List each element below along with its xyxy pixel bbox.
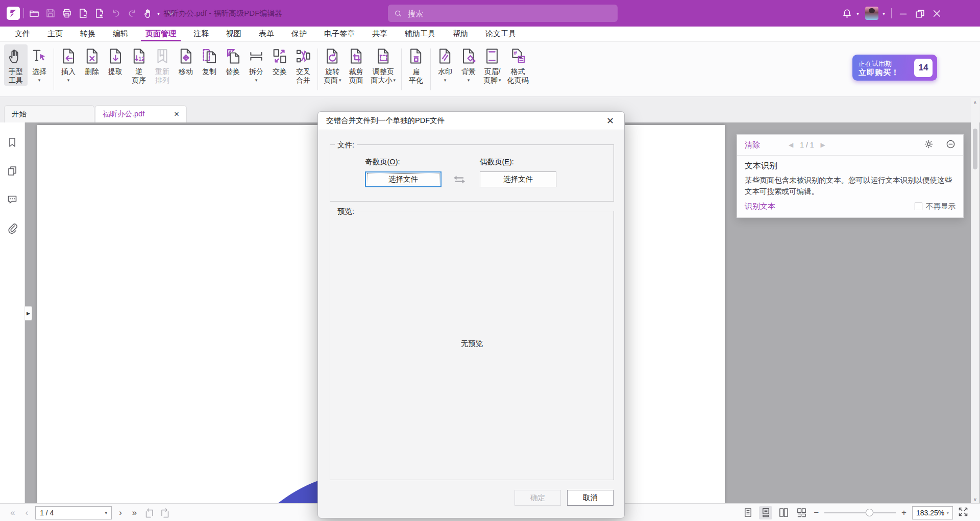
menu-help[interactable]: 帮助 [448,27,473,41]
menu-share[interactable]: 共享 [368,27,392,41]
tool-watermark[interactable]: 水印 ▾ [433,44,457,86]
next-view-icon[interactable] [159,507,170,518]
tool-header-footer[interactable]: 页眉/ 页脚▾ [480,44,504,86]
dont-show-again-checkbox[interactable] [915,203,922,210]
tool-delete-page[interactable]: 删除 [80,44,104,86]
tool-move-page[interactable]: 移动 [174,44,198,86]
tool-crop-page[interactable]: 裁剪 页面 [345,44,368,86]
tool-insert-page[interactable]: 插入 ▾ [57,44,80,86]
undo-icon[interactable] [110,8,121,19]
ok-button[interactable]: 确定 [514,490,561,506]
page-number-field[interactable]: 1 / 4 ▾ [35,506,112,519]
dialog-title: 交错合并文件到一个单独的PDF文件 [326,116,445,126]
tool-extract-page[interactable]: 提取 [104,44,127,86]
trial-purchase-badge[interactable]: 正在试用期 立即购买！ 14 [852,55,937,81]
tool-swap-page[interactable]: 交换 [268,44,291,86]
notification-caret-icon[interactable]: ▾ [856,11,859,16]
zoom-in-button[interactable]: + [900,508,908,518]
search-box[interactable] [388,5,618,22]
account-caret-icon[interactable]: ▾ [883,11,885,16]
tool-rearrange[interactable]: 重新 排列 [151,44,174,86]
tool-replace-page[interactable]: 替换 [221,44,244,86]
swap-files-icon[interactable] [452,174,467,185]
tab-start[interactable]: 开始 [4,105,94,122]
choose-odd-file-button[interactable]: 选择文件 [365,171,442,187]
maximize-button[interactable] [915,8,925,19]
attachments-panel-icon[interactable] [7,222,18,234]
hand-tool-caret-icon[interactable]: ▾ [157,11,160,16]
tool-copy-page[interactable]: 复制 [198,44,221,86]
dialog-close-icon[interactable]: ✕ [604,115,616,127]
view-facing-continuous-icon[interactable] [795,506,808,519]
fullscreen-icon[interactable] [958,506,969,519]
menu-esign[interactable]: 电子签章 [320,27,359,41]
add-page-icon[interactable] [94,8,105,19]
remove-page-icon[interactable] [78,8,88,19]
zoom-field-caret-icon[interactable]: ▾ [946,510,949,515]
tool-background[interactable]: 背景 ▾ [457,44,480,86]
close-button[interactable] [932,8,942,19]
minimize-button[interactable] [898,8,909,19]
previous-page-button[interactable]: ‹ [22,508,31,517]
menu-accessibility[interactable]: 辅助工具 [400,27,440,41]
notification-minimize-icon[interactable] [946,139,955,151]
menu-view[interactable]: 视图 [222,27,246,41]
tab-document[interactable]: 福昕办公.pdf × [95,105,187,122]
last-page-button[interactable]: » [129,508,140,517]
print-icon[interactable] [61,8,72,19]
choose-even-file-button[interactable]: 选择文件 [480,171,556,187]
tool-format-page-number[interactable]: # 格式 化页码 [504,44,532,86]
view-facing-icon[interactable] [777,506,790,519]
previous-view-icon[interactable] [144,507,155,518]
first-page-button[interactable]: « [7,508,18,517]
tool-split-page[interactable]: 拆分 ▾ [244,44,268,86]
tool-interleave-merge[interactable]: 交叉 合并 [291,44,315,86]
pages-panel-icon[interactable] [7,165,18,177]
zoom-slider[interactable] [824,508,896,518]
hand-tool-quick-icon[interactable] [143,8,154,19]
tool-select[interactable]: 选择 ▾ [28,44,51,86]
open-file-icon[interactable] [29,8,39,19]
tool-flatten[interactable]: 扁 平化 [404,44,428,86]
cancel-button[interactable]: 取消 [567,490,614,506]
menu-home[interactable]: 主页 [43,27,67,41]
next-page-button[interactable]: › [116,508,125,517]
vertical-scrollbar[interactable]: ∧ ∨ [971,98,979,503]
menu-edit[interactable]: 编辑 [108,27,133,41]
comments-panel-icon[interactable] [7,194,18,205]
bookmarks-panel-icon[interactable] [7,137,18,148]
notification-bell-icon[interactable] [842,8,852,19]
tool-hand[interactable]: 手型 工具 [4,44,28,86]
tool-reverse-page-order[interactable]: 12 逆 页序 [127,44,151,86]
menu-form[interactable]: 表单 [254,27,279,41]
menu-comment[interactable]: 注释 [189,27,213,41]
menu-protect[interactable]: 保护 [287,27,311,41]
page-field-caret-icon[interactable]: ▾ [105,510,108,515]
redo-icon[interactable] [127,8,137,19]
tool-rotate-page[interactable]: 旋转 页面▾ [321,44,345,86]
save-icon[interactable] [45,8,56,19]
notification-settings-gear-icon[interactable] [924,139,934,151]
recognize-text-link[interactable]: 识别文本 [745,202,775,211]
tool-resize-page[interactable]: 调整页 面大小▾ [368,44,399,86]
user-avatar[interactable] [865,7,878,20]
zoom-out-button[interactable]: − [813,508,820,518]
tab-close-icon[interactable]: × [174,110,179,118]
scrollbar-thumb[interactable] [973,129,977,169]
view-continuous-icon[interactable] [759,506,772,519]
scroll-up-icon[interactable]: ∧ [973,98,977,106]
sidebar-expand-handle[interactable]: ▶ [25,306,32,320]
search-input[interactable] [407,9,611,18]
menu-thesis-tools[interactable]: 论文工具 [481,27,521,41]
view-single-page-icon[interactable] [741,506,754,519]
clear-notifications-link[interactable]: 清除 [745,140,760,150]
foxit-logo-icon[interactable] [7,7,20,20]
menu-page-management[interactable]: 页面管理 [141,27,181,41]
scroll-down-icon[interactable]: ∨ [973,495,977,503]
zoom-level-field[interactable]: 183.25% ▾ [912,506,953,519]
notification-next-icon[interactable]: ▶ [820,141,825,148]
menu-convert[interactable]: 转换 [76,27,100,41]
notification-prev-icon[interactable]: ◀ [789,141,793,148]
menu-file[interactable]: 文件 [10,27,35,41]
zoom-slider-knob[interactable] [866,509,873,516]
